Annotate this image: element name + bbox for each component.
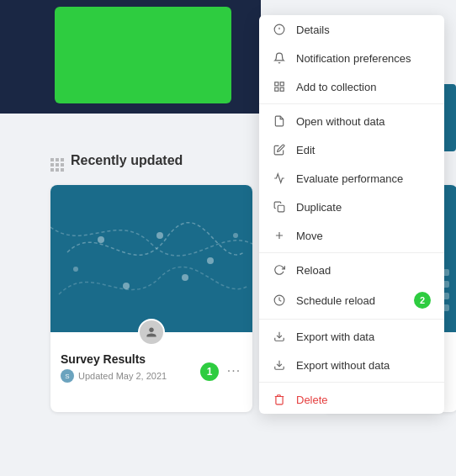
svg-point-6 xyxy=(233,233,238,238)
menu-item-notification-preferences[interactable]: Notification preferences xyxy=(259,44,444,72)
menu-duplicate-label: Duplicate xyxy=(296,201,342,214)
menu-item-schedule-reload[interactable]: Schedule reload 2 xyxy=(259,284,444,316)
svg-rect-19 xyxy=(278,205,284,212)
svg-rect-16 xyxy=(280,82,284,86)
menu-export-without-data-label: Export without data xyxy=(296,359,390,372)
menu-export-with-data-label: Export with data xyxy=(296,331,374,343)
menu-open-label: Open without data xyxy=(296,115,385,128)
menu-reload-label: Reload xyxy=(296,264,331,277)
menu-delete-label: Delete xyxy=(296,394,328,406)
svg-point-5 xyxy=(73,267,78,272)
svg-point-2 xyxy=(207,257,214,264)
menu-move-label: Move xyxy=(296,230,323,242)
menu-divider-1 xyxy=(259,103,444,104)
svg-point-4 xyxy=(182,274,188,281)
survey-meta-avatar: S xyxy=(61,369,74,383)
pencil-icon xyxy=(273,143,286,156)
svg-point-0 xyxy=(98,236,104,243)
menu-item-details[interactable]: Details xyxy=(259,15,444,44)
clock-icon xyxy=(273,294,286,307)
menu-notification-label: Notification preferences xyxy=(296,52,411,65)
trash-icon xyxy=(273,393,286,406)
menu-divider-4 xyxy=(259,382,444,383)
download-without-icon xyxy=(273,358,286,372)
menu-item-delete[interactable]: Delete xyxy=(259,385,444,414)
menu-item-open-without-data[interactable]: Open without data xyxy=(259,107,444,135)
svg-point-3 xyxy=(123,283,130,289)
survey-card-image xyxy=(50,185,252,332)
menu-item-evaluate-performance[interactable]: Evaluate performance xyxy=(259,164,444,193)
menu-item-reload[interactable]: Reload xyxy=(259,256,444,284)
menu-item-add-to-collection[interactable]: Add to collection xyxy=(259,72,444,101)
recently-updated-label: Recently updated xyxy=(71,153,183,168)
svg-rect-18 xyxy=(275,87,278,91)
network-viz xyxy=(50,185,252,332)
download-with-icon xyxy=(273,330,286,343)
menu-schedule-reload-label: Schedule reload xyxy=(296,294,375,307)
survey-card-date: Updated May 2, 2021 xyxy=(78,371,167,381)
grid-icon xyxy=(50,150,64,172)
svg-rect-15 xyxy=(275,82,278,86)
reload-icon xyxy=(273,263,286,277)
copy-icon xyxy=(273,200,286,214)
menu-evaluate-label: Evaluate performance xyxy=(296,172,403,185)
context-menu: Details Notification preferences Add to … xyxy=(259,15,444,414)
green-card xyxy=(55,7,231,103)
menu-collection-label: Add to collection xyxy=(296,81,376,93)
survey-more-button[interactable]: ··· xyxy=(224,361,244,381)
avatar xyxy=(138,319,165,346)
gauge-icon xyxy=(273,172,286,185)
collection-icon xyxy=(273,80,286,93)
menu-divider-2 xyxy=(259,252,444,253)
menu-edit-label: Edit xyxy=(296,144,315,156)
svg-rect-17 xyxy=(280,87,284,91)
move-icon xyxy=(273,229,286,242)
schedule-reload-badge: 2 xyxy=(414,292,431,309)
menu-item-export-without-data[interactable]: Export without data xyxy=(259,351,444,379)
menu-item-duplicate[interactable]: Duplicate xyxy=(259,193,444,221)
svg-point-1 xyxy=(156,232,163,239)
menu-item-move[interactable]: Move xyxy=(259,221,444,250)
survey-card-footer: Survey Results S Updated May 2, 2021 1 ·… xyxy=(50,332,252,391)
menu-item-export-with-data[interactable]: Export with data xyxy=(259,322,444,351)
survey-card: Survey Results S Updated May 2, 2021 1 ·… xyxy=(50,185,252,412)
bell-icon xyxy=(273,51,286,65)
menu-divider-3 xyxy=(259,319,444,320)
circle-icon xyxy=(273,23,286,36)
recently-updated-section: Recently updated xyxy=(50,150,183,172)
menu-item-edit[interactable]: Edit xyxy=(259,135,444,164)
survey-badge: 1 xyxy=(200,362,219,381)
file-icon xyxy=(273,114,286,128)
menu-details-label: Details xyxy=(296,24,330,36)
